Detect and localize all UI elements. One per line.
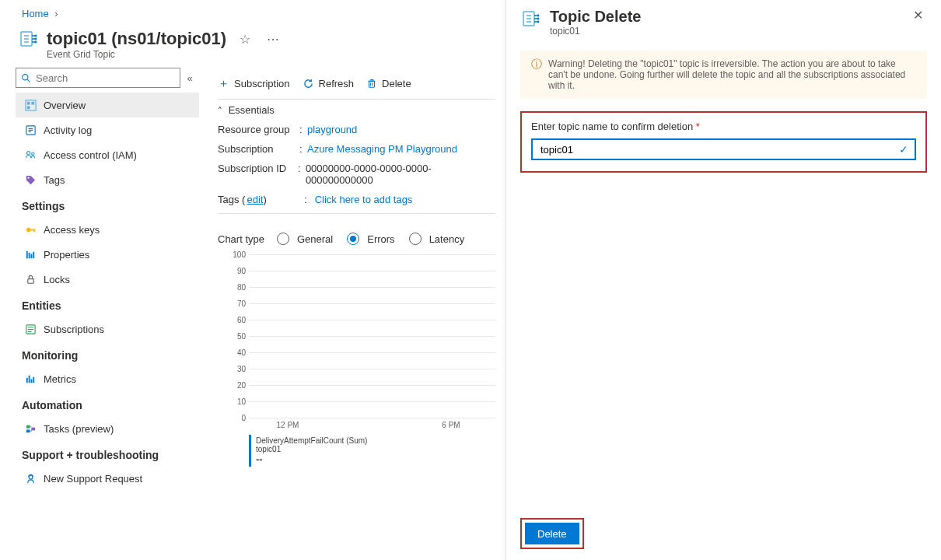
chart-gridline bbox=[249, 385, 495, 386]
metrics-icon bbox=[22, 373, 39, 385]
chart-gridline bbox=[249, 271, 495, 271]
radio-label[interactable]: General bbox=[297, 233, 342, 245]
subscription-link[interactable]: Azure Messaging PM Playground bbox=[307, 143, 457, 155]
sidebar-item-metrics[interactable]: Metrics bbox=[16, 366, 199, 391]
warning-icon: ⓘ bbox=[531, 58, 542, 91]
svg-rect-21 bbox=[31, 427, 35, 430]
radio-label[interactable]: Latency bbox=[429, 233, 474, 245]
sidebar-item-overview[interactable]: Overview bbox=[16, 93, 199, 117]
event-grid-topic-icon bbox=[19, 29, 39, 49]
subscription-id-value: 00000000-0000-0000-0000-000000000000 bbox=[306, 163, 495, 186]
kv-resource-group: Resource group : playground bbox=[218, 116, 495, 135]
kv-subscription: Subscription : Azure Messaging PM Playgr… bbox=[218, 135, 495, 155]
legend-series: DeliveryAttemptFailCount (Sum) bbox=[256, 436, 491, 445]
search-input-wrapper[interactable] bbox=[16, 68, 180, 88]
collapse-sidebar-button[interactable]: « bbox=[180, 72, 199, 84]
support-icon bbox=[22, 473, 39, 485]
sidebar-group-settings: Settings bbox=[16, 192, 199, 217]
svg-point-27 bbox=[537, 21, 540, 23]
chart-radio-latency[interactable] bbox=[409, 233, 422, 245]
subscription-button[interactable]: ＋ Subscription bbox=[218, 76, 290, 91]
panel-subtitle: topic01 bbox=[550, 26, 908, 37]
svg-point-3 bbox=[35, 41, 37, 44]
delete-button-highlight: Delete bbox=[520, 518, 584, 549]
sidebar-item-tags[interactable]: Tags bbox=[16, 167, 199, 192]
sidebar-item-locks[interactable]: Locks bbox=[16, 267, 199, 292]
sidebar-item-activity-log[interactable]: Activity log bbox=[16, 117, 199, 142]
svg-point-1 bbox=[35, 35, 37, 37]
essentials-label: Essentials bbox=[229, 104, 275, 116]
sidebar-item-label: Locks bbox=[39, 274, 70, 285]
kv-label: Resource group bbox=[218, 124, 299, 135]
svg-rect-19 bbox=[26, 425, 30, 428]
sidebar-item-access-keys[interactable]: Access keys bbox=[16, 217, 199, 242]
chevron-up-icon: ˄ bbox=[218, 106, 226, 115]
confirm-input-wrapper[interactable]: ✓ bbox=[531, 138, 916, 160]
sidebar: « Overview Activity log Access control (… bbox=[0, 68, 199, 491]
chart-radio-general[interactable] bbox=[277, 233, 289, 245]
toolbar: ＋ Subscription Refresh Delete bbox=[218, 68, 495, 99]
sidebar-item-label: Activity log bbox=[39, 124, 92, 136]
breadcrumb-home[interactable]: Home bbox=[22, 8, 49, 19]
svg-point-13 bbox=[27, 177, 29, 178]
refresh-button[interactable]: Refresh bbox=[303, 78, 355, 89]
svg-point-4 bbox=[23, 74, 28, 79]
tags-edit-link[interactable]: edit bbox=[245, 194, 263, 205]
more-button[interactable]: ⋯ bbox=[264, 30, 282, 48]
sidebar-item-label: Metrics bbox=[39, 373, 76, 385]
main-content: ＋ Subscription Refresh Delete ˄ bbox=[199, 68, 502, 491]
chart-gridline bbox=[249, 303, 495, 304]
svg-point-12 bbox=[31, 152, 33, 154]
confirm-delete-button[interactable]: Delete bbox=[525, 523, 579, 544]
sidebar-item-label: Access control (IAM) bbox=[39, 149, 137, 161]
sidebar-group-monitoring: Monitoring bbox=[16, 341, 199, 366]
y-tick: 80 bbox=[218, 283, 246, 292]
essentials-toggle[interactable]: ˄ Essentials bbox=[218, 99, 495, 116]
legend-value: -- bbox=[256, 453, 491, 465]
tags-add-link[interactable]: Click here to add tags bbox=[315, 194, 413, 205]
warning-banner: ⓘ Warning! Deleting the "topic01" topic … bbox=[520, 51, 927, 99]
x-tick: 6 PM bbox=[442, 421, 460, 429]
panel-title: Topic Delete bbox=[550, 8, 908, 26]
delete-button[interactable]: Delete bbox=[366, 78, 411, 89]
y-tick: 10 bbox=[218, 397, 246, 406]
svg-point-26 bbox=[537, 18, 540, 20]
chart-gridline bbox=[249, 254, 495, 255]
plus-icon: ＋ bbox=[218, 76, 229, 91]
search-icon bbox=[21, 73, 31, 83]
confirm-deletion-block: Enter topic name to confirm deletion * ✓ bbox=[520, 111, 927, 173]
close-button[interactable]: ✕ bbox=[908, 8, 927, 23]
confirm-topic-name-input[interactable] bbox=[539, 140, 899, 159]
chart-radio-errors[interactable] bbox=[347, 233, 359, 245]
sidebar-item-label: Overview bbox=[39, 100, 86, 111]
event-grid-topic-icon bbox=[520, 8, 542, 30]
confirm-label: Enter topic name to confirm deletion * bbox=[531, 121, 916, 132]
y-tick: 40 bbox=[218, 348, 246, 357]
tasks-icon bbox=[22, 423, 39, 435]
kv-subscription-id: Subscription ID : 00000000-0000-0000-000… bbox=[218, 155, 495, 186]
sidebar-item-label: New Support Request bbox=[39, 473, 142, 485]
svg-rect-8 bbox=[31, 101, 34, 104]
sidebar-item-tasks[interactable]: Tasks (preview) bbox=[16, 416, 199, 441]
sidebar-item-new-support-request[interactable]: New Support Request bbox=[16, 466, 199, 491]
search-input[interactable] bbox=[31, 69, 175, 86]
y-tick: 0 bbox=[218, 414, 246, 422]
trash-icon bbox=[366, 78, 377, 89]
favorite-button[interactable]: ☆ bbox=[236, 30, 254, 48]
activity-log-icon bbox=[22, 124, 39, 136]
svg-point-11 bbox=[26, 151, 30, 154]
svg-rect-17 bbox=[27, 278, 33, 283]
toolbar-label: Delete bbox=[382, 78, 411, 89]
tags-icon bbox=[22, 174, 39, 186]
sidebar-item-access-control[interactable]: Access control (IAM) bbox=[16, 142, 199, 167]
kv-label: Subscription ID bbox=[218, 163, 298, 186]
svg-rect-20 bbox=[26, 429, 30, 432]
radio-label[interactable]: Errors bbox=[367, 233, 404, 245]
sidebar-item-properties[interactable]: Properties bbox=[16, 242, 199, 267]
resource-group-link[interactable]: playground bbox=[307, 124, 357, 135]
sidebar-item-label: Tasks (preview) bbox=[39, 423, 114, 435]
chart: 0102030405060708090100 12 PM 6 PM Delive… bbox=[218, 254, 495, 441]
warning-text: Warning! Deleting the "topic01" topic is… bbox=[548, 58, 916, 91]
chevron-right-icon: › bbox=[51, 8, 61, 19]
sidebar-item-subscriptions[interactable]: Subscriptions bbox=[16, 317, 199, 341]
